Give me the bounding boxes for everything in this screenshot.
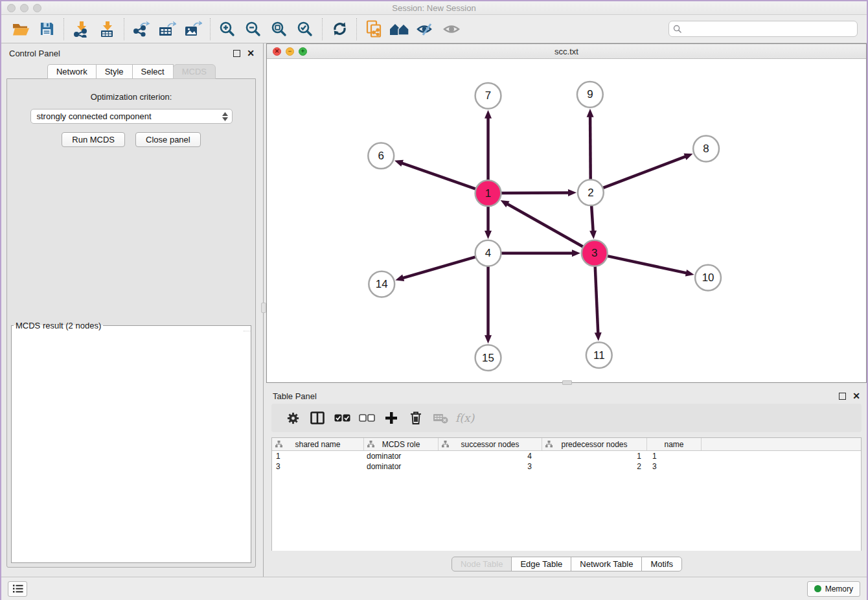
cell-shared-name[interactable]: 1 [272, 451, 364, 461]
control-panel-tabs: Network Style Select MCDS [1, 64, 261, 79]
float-panel-icon[interactable] [233, 50, 240, 57]
show-all-networks-icon[interactable] [387, 17, 413, 41]
result-scrollbar[interactable] [244, 330, 251, 332]
cell-predecessor-nodes[interactable]: 1 [542, 451, 647, 461]
table-settings-gear-icon[interactable] [280, 406, 305, 430]
column-type-icon [275, 441, 282, 448]
tab-style[interactable]: Style [96, 64, 133, 79]
table-panel-title: Table Panel [273, 391, 839, 401]
zoom-out-icon[interactable] [240, 17, 266, 41]
application-window: Session: New Session [0, 0, 868, 600]
import-network-icon[interactable] [68, 17, 94, 41]
network-graph: 7968124314101511 [267, 59, 866, 382]
open-session-icon[interactable] [8, 17, 34, 41]
tab-edge-table[interactable]: Edge Table [511, 557, 571, 571]
graph-node-label: 10 [702, 271, 714, 284]
tab-motifs[interactable]: Motifs [641, 557, 682, 571]
graph-edge[interactable] [590, 116, 591, 181]
tab-network-table[interactable]: Network Table [571, 557, 642, 571]
graph-edge-arrowhead [595, 332, 602, 341]
cell-successor-nodes[interactable]: 3 [439, 461, 542, 472]
window-title: Session: New Session [1, 3, 867, 13]
canvas-resize-grip[interactable] [562, 380, 572, 385]
cell-mcds-role[interactable]: dominator [364, 451, 439, 461]
tab-mcds[interactable]: MCDS [173, 64, 216, 79]
splitter-grip[interactable] [261, 303, 266, 313]
export-table-icon[interactable] [154, 17, 180, 41]
zoom-in-icon[interactable] [214, 17, 240, 41]
zoom-view-icon[interactable]: + [299, 47, 307, 56]
cell-shared-name[interactable]: 3 [272, 461, 364, 472]
select-all-rows-icon[interactable] [330, 406, 354, 430]
add-column-icon[interactable] [379, 406, 404, 430]
graph-edge[interactable] [402, 257, 477, 279]
mcds-result-text[interactable]: 1 3 [12, 330, 251, 332]
network-window-title: scc.txt [267, 47, 866, 56]
clone-network-icon[interactable] [361, 17, 387, 41]
optimization-criterion-select[interactable]: strongly connected component [30, 109, 233, 124]
graph-edge[interactable] [499, 192, 569, 193]
graph-edge[interactable] [507, 203, 584, 248]
column-header-shared-name[interactable]: shared name [272, 438, 364, 450]
close-table-panel-icon[interactable]: ✕ [852, 393, 860, 400]
show-network-gray-icon[interactable] [439, 17, 464, 41]
close-panel-icon[interactable]: ✕ [247, 50, 255, 57]
network-canvas[interactable]: 7968124314101511 [267, 59, 866, 382]
table-panel: Table Panel ✕ [266, 387, 867, 577]
column-header-predecessor-nodes[interactable]: predecessor nodes [542, 438, 647, 450]
zoom-selected-icon[interactable] [292, 17, 318, 41]
deselect-all-rows-icon[interactable] [354, 406, 379, 430]
table-row[interactable]: 1 dominator 4 1 1 [272, 451, 861, 461]
delete-columns-icon[interactable] [404, 406, 428, 430]
split-panel-icon[interactable] [305, 406, 330, 430]
graph-edge[interactable] [606, 256, 687, 273]
cell-name[interactable]: 3 [647, 461, 702, 472]
refresh-layout-icon[interactable] [326, 17, 352, 41]
column-header-filler [702, 438, 861, 450]
import-table-icon[interactable] [94, 17, 120, 41]
graph-edge[interactable] [591, 204, 593, 232]
minimize-view-icon[interactable]: − [286, 47, 294, 56]
function-builder-icon: f(x) [455, 411, 474, 424]
graph-node-label: 14 [376, 278, 388, 290]
column-header-name[interactable]: name [647, 438, 702, 450]
cell-mcds-role[interactable]: dominator [364, 461, 439, 472]
toolbar-separator [124, 18, 124, 40]
save-session-icon[interactable] [34, 17, 60, 41]
column-header-successor-nodes[interactable]: successor nodes [439, 438, 542, 450]
cell-successor-nodes[interactable]: 4 [439, 451, 542, 461]
tab-select[interactable]: Select [132, 64, 174, 79]
export-image-icon[interactable] [180, 17, 206, 41]
cell-name[interactable]: 1 [647, 451, 702, 461]
graph-edge-arrowhead [684, 154, 693, 160]
search-input[interactable] [685, 25, 853, 34]
graph-edge-arrowhead [572, 249, 580, 257]
result-line: 1 [15, 331, 247, 332]
toolbar-separator [63, 18, 64, 40]
close-panel-button[interactable]: Close panel [135, 132, 201, 147]
tab-network[interactable]: Network [47, 64, 97, 79]
zoom-fit-icon[interactable] [266, 17, 292, 41]
network-view-window: scc.txt ✕ − + 7968124314101511 [266, 43, 867, 383]
graph-edge-arrowhead [485, 110, 492, 119]
close-view-icon[interactable]: ✕ [273, 47, 281, 56]
task-history-button[interactable] [8, 581, 27, 597]
search-field[interactable] [668, 21, 858, 37]
table-row[interactable]: 3 dominator 3 2 3 [272, 461, 861, 472]
vertical-splitter[interactable] [261, 43, 266, 577]
column-type-icon [367, 441, 374, 448]
run-mcds-button[interactable]: Run MCDS [62, 132, 125, 147]
graph-edge-arrowhead [568, 189, 577, 196]
status-bar: Memory [1, 577, 867, 600]
tab-node-table[interactable]: Node Table [451, 557, 512, 571]
memory-button[interactable]: Memory [807, 581, 860, 597]
cell-predecessor-nodes[interactable]: 2 [542, 461, 647, 472]
graph-edge[interactable] [401, 163, 477, 189]
export-network-icon[interactable] [128, 17, 154, 41]
graph-edge[interactable] [595, 265, 599, 334]
float-table-panel-icon[interactable] [839, 393, 846, 400]
graph-edge[interactable] [602, 156, 687, 189]
toolbar-separator [322, 18, 323, 40]
column-header-mcds-role[interactable]: MCDS role [364, 438, 439, 450]
hide-network-icon[interactable] [413, 17, 439, 41]
